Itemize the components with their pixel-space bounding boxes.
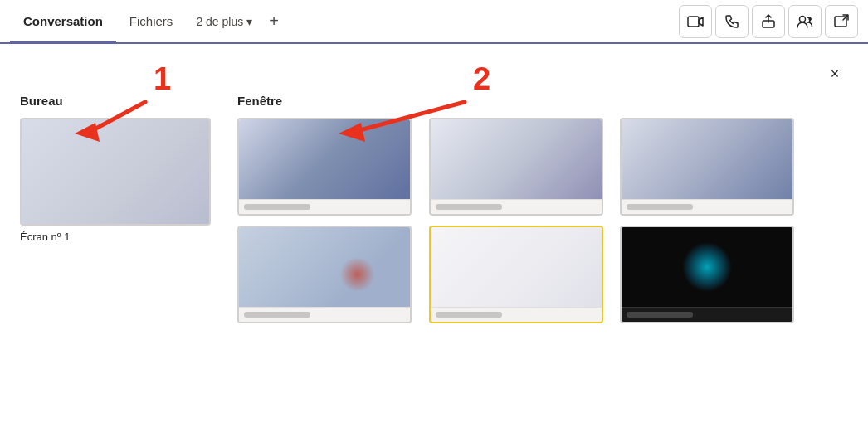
fenetre-section-title: Fenêtre [237, 94, 802, 108]
window-label-1 [244, 204, 310, 210]
windows-grid [237, 118, 802, 323]
popout-icon [834, 14, 849, 29]
window-thumbnail-4[interactable] [237, 226, 412, 323]
window-label-6 [627, 312, 693, 318]
screen-item: Écran nº 1 [20, 118, 211, 243]
window-thumbnail-1[interactable] [237, 118, 412, 216]
action-icons [679, 5, 858, 38]
window-preview-5 [431, 227, 602, 307]
people-button[interactable] [788, 5, 822, 38]
share-icon [761, 14, 776, 29]
close-button[interactable]: × [822, 61, 848, 87]
add-icon: + [269, 12, 279, 31]
chevron-down-icon: ▾ [246, 15, 252, 28]
svg-point-2 [800, 16, 806, 22]
window-label-bar-2 [431, 199, 602, 214]
share-panel: × Bureau Écran nº 1 Fenêtre [0, 44, 868, 442]
window-label-5 [436, 312, 502, 318]
tab-more-label: 2 de plus [196, 15, 243, 28]
window-label-bar-3 [622, 199, 792, 214]
popout-button[interactable] [825, 5, 858, 38]
screen-thumbnail[interactable] [20, 118, 211, 226]
top-bar: Conversation Fichiers 2 de plus ▾ + [0, 0, 868, 44]
video-icon [687, 15, 704, 28]
tab-add-button[interactable]: + [262, 0, 285, 43]
window-label-bar-5 [431, 307, 602, 322]
phone-icon [724, 14, 739, 29]
phone-call-button[interactable] [715, 5, 749, 38]
window-label-4 [244, 312, 310, 318]
sections-wrapper: Bureau Écran nº 1 Fenêtre [20, 94, 848, 323]
window-label-3 [627, 204, 693, 210]
tab-conversation[interactable]: Conversation [10, 0, 116, 43]
video-call-button[interactable] [679, 5, 712, 38]
window-preview-2 [431, 119, 602, 199]
window-preview-6 [622, 227, 792, 307]
window-thumbnail-3[interactable] [620, 118, 794, 216]
tab-more[interactable]: 2 de plus ▾ [186, 0, 262, 43]
window-preview-1 [239, 119, 410, 199]
main-content: × Bureau Écran nº 1 Fenêtre [0, 44, 868, 442]
window-label-bar-4 [239, 307, 410, 322]
tab-fichiers[interactable]: Fichiers [116, 0, 187, 43]
window-label-2 [436, 204, 502, 210]
bureau-section-title: Bureau [20, 94, 211, 108]
share-button[interactable] [752, 5, 785, 38]
fenetre-section: Fenêtre [237, 94, 802, 323]
window-label-bar-1 [239, 199, 410, 214]
tab-conversation-label: Conversation [23, 14, 103, 28]
window-thumbnail-5[interactable] [429, 226, 603, 323]
tab-bar: Conversation Fichiers 2 de plus ▾ + [10, 0, 285, 43]
window-thumbnail-6[interactable] [620, 226, 794, 323]
window-label-bar-6 [622, 307, 792, 322]
screen-label: Écran nº 1 [20, 231, 70, 243]
svg-rect-0 [688, 17, 699, 27]
window-thumbnail-2[interactable] [429, 118, 603, 216]
bureau-section: Bureau Écran nº 1 [20, 94, 211, 323]
tab-fichiers-label: Fichiers [129, 14, 173, 28]
window-preview-4 [239, 227, 410, 307]
window-preview-3 [622, 119, 792, 199]
people-icon [797, 14, 813, 29]
